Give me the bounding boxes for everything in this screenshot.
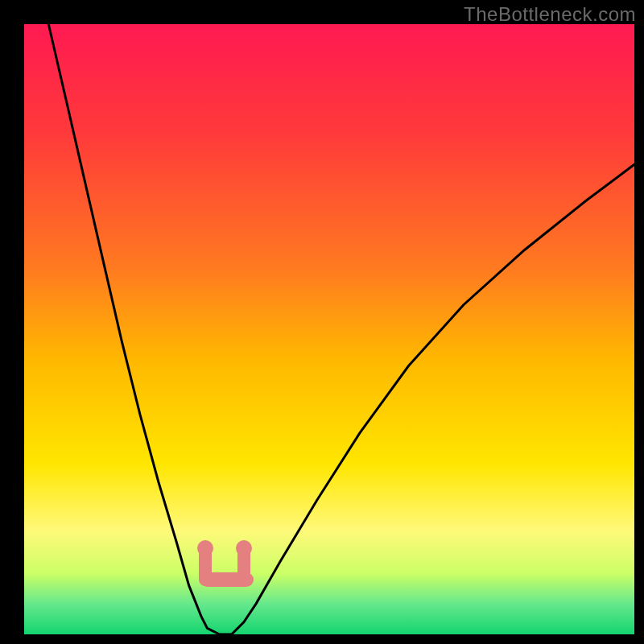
svg-point-4 [236, 540, 252, 556]
chart-frame: { "watermark": "TheBottleneck.com", "cha… [0, 0, 644, 644]
watermark-text: TheBottleneck.com [464, 3, 636, 26]
plot-background [24, 24, 634, 634]
svg-point-2 [197, 540, 213, 556]
bottleneck-chart [0, 0, 644, 644]
